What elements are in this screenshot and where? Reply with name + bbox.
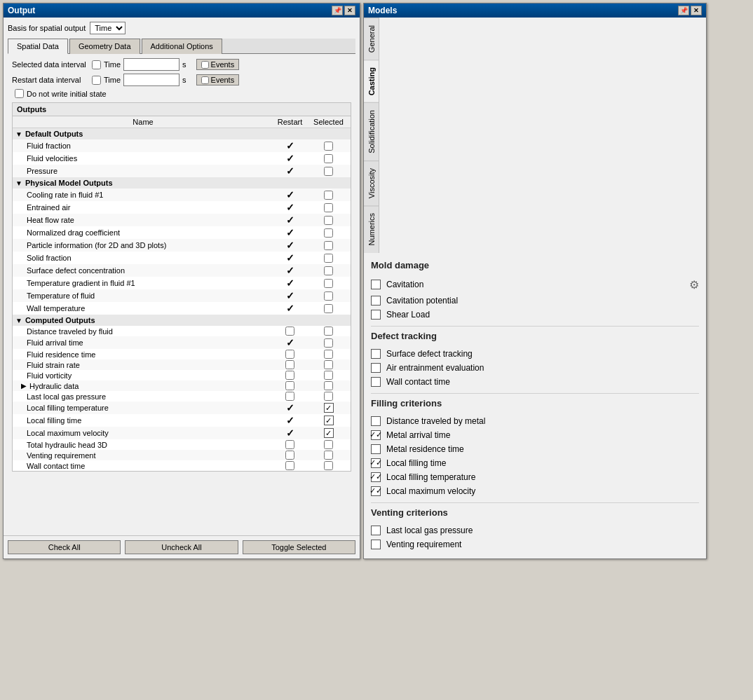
restart-checkbox[interactable] (285, 327, 294, 336)
selected-checkbox[interactable] (324, 338, 333, 348)
tab-geometry-data[interactable]: Geometry Data (69, 39, 140, 54)
models-pin-button[interactable]: 📌 (678, 6, 689, 15)
model-checkbox[interactable] (371, 416, 381, 426)
model-checkbox[interactable] (371, 540, 381, 549)
model-label: Local filling temperature (386, 472, 699, 482)
model-checkbox[interactable] (371, 363, 381, 373)
model-checkbox[interactable] (371, 280, 381, 289)
table-row: Local maximum velocity ✓ (13, 427, 351, 439)
models-close-button[interactable]: ✕ (691, 6, 702, 15)
restart-cb-cell: ✓ (271, 153, 309, 164)
selected-cb-cell (309, 142, 348, 151)
selected-checkbox[interactable] (324, 350, 333, 359)
restart-checkbox[interactable] (285, 371, 294, 380)
selected-checkbox[interactable] (324, 327, 333, 336)
selected-checkbox[interactable] (324, 381, 333, 390)
check-all-button[interactable]: Check All (8, 540, 121, 554)
selected-checkbox[interactable] (324, 191, 333, 200)
model-row: Cavitation⚙ (371, 276, 699, 294)
selected-checkbox[interactable] (324, 440, 333, 449)
model-checkbox[interactable]: ✓ (371, 472, 381, 482)
model-checkbox[interactable] (371, 526, 381, 535)
tab-spatial-data[interactable]: Spatial Data (8, 39, 68, 54)
model-checkbox[interactable] (371, 377, 381, 387)
model-checkbox[interactable]: ✓ (371, 458, 381, 468)
selected-checkbox[interactable] (324, 304, 333, 313)
model-checkbox[interactable] (371, 349, 381, 359)
restart-interval-value[interactable] (123, 74, 179, 86)
expand-arrow[interactable]: ▼ (15, 179, 22, 187)
sidebar-tab-casting[interactable]: Casting (364, 60, 379, 102)
output-group-physical-model-outputs[interactable]: ▼Physical Model Outputs (13, 177, 351, 188)
table-row: Solid fraction ✓ (13, 252, 351, 264)
selected-checkbox[interactable] (324, 254, 333, 263)
pin-button[interactable]: 📌 (332, 6, 343, 15)
selected-checkbox[interactable] (324, 241, 333, 250)
restart-cb-cell: ✓ (271, 202, 309, 213)
tab-additional-options[interactable]: Additional Options (142, 39, 222, 54)
selected-cb-cell (309, 203, 348, 212)
selected-checkbox[interactable] (324, 142, 333, 151)
close-button[interactable]: ✕ (344, 6, 355, 15)
restart-cb-cell: ✓ (271, 165, 309, 177)
gear-icon[interactable]: ⚙ (689, 278, 699, 291)
selected-checkbox[interactable] (324, 360, 333, 369)
sidebar-tab-viscosity[interactable]: Viscosity (364, 160, 379, 205)
table-row: Pressure ✓ (13, 165, 351, 177)
uncheck-all-button[interactable]: Uncheck All (125, 540, 238, 554)
output-name: Local maximum velocity (27, 429, 271, 437)
no-write-checkbox[interactable] (15, 89, 24, 98)
model-checkbox[interactable]: ✓ (371, 486, 381, 496)
selected-checked[interactable] (324, 416, 334, 425)
selected-checkbox[interactable] (324, 371, 333, 380)
selected-checkbox[interactable] (324, 279, 333, 288)
selected-checkbox[interactable] (324, 154, 333, 163)
selected-checkbox[interactable] (324, 291, 333, 301)
group-label: Physical Model Outputs (25, 179, 113, 187)
model-checkbox[interactable] (371, 444, 381, 454)
toggle-selected-button[interactable]: Toggle Selected (243, 540, 355, 554)
model-checkbox[interactable]: ✓ (371, 430, 381, 440)
model-checkbox[interactable] (371, 310, 381, 320)
sidebar-tab-general[interactable]: General (364, 18, 379, 60)
restart-events-checkbox[interactable] (201, 76, 209, 84)
expand-arrow[interactable]: ▼ (15, 317, 22, 324)
selected-checked[interactable] (324, 403, 334, 413)
restart-interval-checkbox[interactable] (92, 76, 101, 85)
table-row: Fluid arrival time ✓ (13, 336, 351, 349)
expand-arrow[interactable]: ▼ (15, 130, 22, 138)
selected-interval-value[interactable] (123, 58, 179, 71)
restart-checkbox[interactable] (285, 350, 294, 359)
selected-events-button[interactable]: Events (196, 59, 240, 70)
selected-cb-cell (309, 403, 348, 413)
selected-checkbox[interactable] (324, 461, 333, 470)
sidebar-tab-solidification[interactable]: Solidification (364, 102, 379, 160)
selected-checked[interactable] (324, 428, 334, 438)
selected-checkbox[interactable] (324, 216, 333, 225)
subgroup-arrow[interactable]: ▶ (21, 382, 27, 390)
selected-checkbox[interactable] (324, 228, 333, 238)
selected-checkbox[interactable] (324, 203, 333, 212)
selected-checkbox[interactable] (324, 451, 333, 460)
restart-checkbox[interactable] (285, 451, 294, 460)
outputs-header: Outputs (13, 103, 351, 116)
selected-checkbox[interactable] (324, 392, 333, 401)
selected-checkbox[interactable] (324, 266, 333, 275)
selected-interval-checkbox[interactable] (92, 60, 101, 69)
restart-events-button[interactable]: Events (196, 74, 240, 85)
basis-select[interactable]: Time (90, 22, 126, 34)
restart-cb-cell: ✓ (271, 140, 309, 151)
restart-checkbox[interactable] (285, 381, 294, 390)
restart-checkbox[interactable] (285, 440, 294, 449)
model-checkbox[interactable] (371, 296, 381, 306)
selected-checkbox[interactable] (324, 167, 333, 176)
restart-checkbox[interactable] (285, 461, 294, 470)
restart-checkbox[interactable] (285, 392, 294, 401)
selected-events-checkbox[interactable] (201, 61, 209, 69)
sidebar-tab-numerics[interactable]: Numerics (364, 205, 379, 252)
selected-cb-cell (309, 327, 348, 336)
restart-checkbox[interactable] (285, 360, 294, 369)
restart-interval-unit: s (182, 76, 186, 84)
output-group-default-outputs[interactable]: ▼Default Outputs (13, 128, 351, 139)
output-group-computed-outputs[interactable]: ▼Computed Outputs (13, 315, 351, 326)
